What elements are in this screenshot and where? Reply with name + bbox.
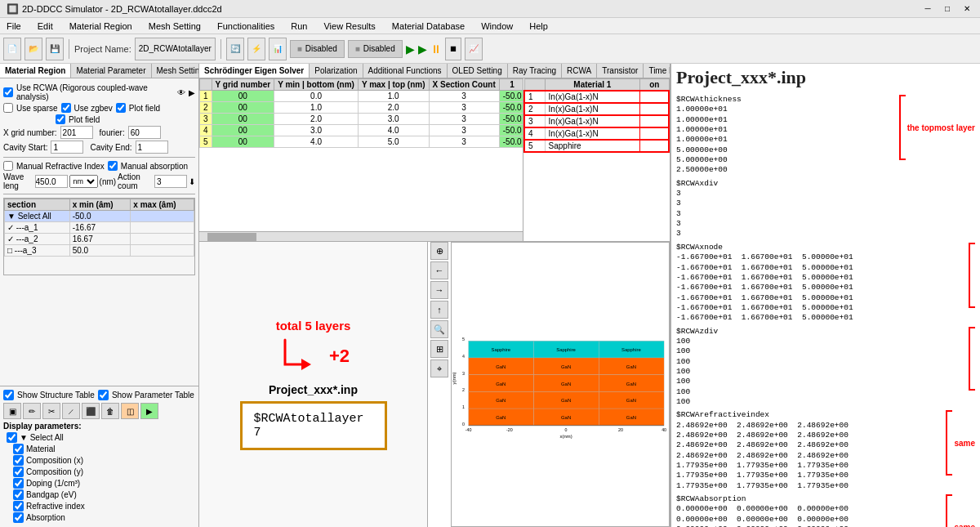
minimize-button[interactable]: ─ xyxy=(921,2,934,16)
title-bar-controls[interactable]: ─ □ ✕ xyxy=(921,2,973,16)
center-tab-polarization[interactable]: Polarization xyxy=(310,64,363,78)
table-row[interactable]: □ ---a_3 50.0 xyxy=(5,245,194,257)
viz-select-btn[interactable]: ⊕ xyxy=(430,242,448,260)
tree-comp-y-cb[interactable] xyxy=(13,467,24,477)
zgbev-label: Use zgbev xyxy=(74,104,113,113)
icon-line[interactable]: ⟋ xyxy=(62,403,80,419)
tab-material-parameter[interactable]: Material Parameter xyxy=(71,64,151,78)
menu-help[interactable]: Help xyxy=(526,21,551,31)
menu-run[interactable]: Run xyxy=(287,21,310,31)
viz-cursor-btn[interactable]: ⌖ xyxy=(430,360,448,377)
icon-cut[interactable]: ✂ xyxy=(42,403,60,419)
icon-btn2[interactable]: ⚡ xyxy=(247,38,265,60)
center-tab-raytracing[interactable]: Ray Tracing xyxy=(508,64,562,78)
manual-abs-checkbox[interactable] xyxy=(108,161,118,171)
center-tab-oled[interactable]: OLED Setting xyxy=(448,64,508,78)
icon-pencil[interactable]: ✏ xyxy=(23,403,41,419)
tree-material-cb[interactable] xyxy=(13,444,24,454)
new-button[interactable]: 📄 xyxy=(3,38,21,60)
center-tab-rcwa[interactable]: RCWA xyxy=(562,64,597,78)
play-button2[interactable]: ▶ xyxy=(418,42,427,56)
table-row[interactable]: ▼ Select All -50.0 xyxy=(5,211,194,222)
h-scrollbar[interactable] xyxy=(199,231,523,241)
tree-comp-x-cb[interactable] xyxy=(13,455,24,466)
open-button[interactable]: 📂 xyxy=(24,38,42,60)
viz-left-btn[interactable]: ← xyxy=(430,261,448,279)
xgrid-input[interactable] xyxy=(60,126,93,139)
menu-file[interactable]: File xyxy=(3,21,24,31)
center-tab-schrodinger[interactable]: Schrödinger Eigen Solver xyxy=(199,64,310,78)
menu-edit[interactable]: Edit xyxy=(34,21,56,31)
table-row[interactable]: 2 00 1.0 2.0 3 -50.0 -16.67 xyxy=(200,102,523,114)
action-input[interactable] xyxy=(154,175,187,188)
download-icon[interactable]: ⬇ xyxy=(189,177,195,186)
wave-input[interactable] xyxy=(35,175,68,188)
disabled-btn2[interactable]: ■ Disabled xyxy=(348,40,403,58)
table-row[interactable]: ✓ ---a_2 16.67 xyxy=(5,234,194,245)
icon-select[interactable]: ▣ xyxy=(3,403,21,419)
table-row[interactable]: 4 00 3.0 4.0 3 -50.0 -16.67 xyxy=(200,125,523,136)
plotfield2-checkbox[interactable] xyxy=(56,114,65,124)
cavity-end-input[interactable] xyxy=(136,141,168,154)
manual-ri-label: Manual Refractive Index xyxy=(16,162,105,171)
chart-button[interactable]: 📈 xyxy=(465,38,483,60)
center-tab-timedep[interactable]: Time Dependent M... xyxy=(644,64,670,78)
xnode-brace-shape xyxy=(969,243,975,308)
plotfield-checkbox[interactable] xyxy=(116,103,126,113)
table-row[interactable]: 2 In(x)Ga(1-x)N xyxy=(524,103,669,115)
show-structure-checkbox[interactable] xyxy=(3,390,14,400)
tab-material-region[interactable]: Material Region xyxy=(0,64,71,78)
rcwa-checkbox[interactable] xyxy=(3,87,13,97)
menu-functionalities[interactable]: Functionalities xyxy=(214,21,278,31)
fourier-input[interactable] xyxy=(128,126,161,139)
menu-window[interactable]: Window xyxy=(478,21,516,31)
viz-fit-btn[interactable]: ⊞ xyxy=(430,340,448,358)
tree-refractive-cb[interactable] xyxy=(13,501,24,511)
disabled-btn1[interactable]: ■ Disabled xyxy=(290,40,345,58)
viz-right-btn[interactable]: → xyxy=(430,281,448,299)
play-button[interactable]: ▶ xyxy=(406,42,415,56)
icon-btn1[interactable]: 🔄 xyxy=(226,38,244,60)
table-row[interactable]: 5 00 4.0 5.0 3 -50.0 -16.67 xyxy=(200,136,523,148)
table-row[interactable]: ✓ ---a_1 -16.67 xyxy=(5,222,194,234)
tree-select-all-cb[interactable] xyxy=(7,432,17,443)
pause-button[interactable]: ⏸ xyxy=(430,42,442,56)
scrollbar-thumb[interactable] xyxy=(207,233,256,241)
tab-mesh-setting[interactable]: Mesh Setting xyxy=(152,64,200,78)
icon-green-play[interactable]: ▶ xyxy=(140,403,158,419)
icon-orange[interactable]: ◫ xyxy=(121,403,139,419)
zgbev-checkbox[interactable] xyxy=(61,103,71,113)
stop-button[interactable]: ⏹ xyxy=(445,38,461,60)
menu-mesh-setting[interactable]: Mesh Setting xyxy=(145,21,204,31)
svg-text:GaN: GaN xyxy=(626,398,636,403)
table-row[interactable]: 3 00 2.0 3.0 3 -50.0 -16.67 xyxy=(200,114,523,125)
menu-material-region[interactable]: Material Region xyxy=(66,21,136,31)
project-name-btn[interactable]: 2D_RCWAtotallayer xyxy=(135,38,216,60)
table-row[interactable]: 3 In(x)Ga(1-x)N xyxy=(524,115,669,127)
save-button[interactable]: 💾 xyxy=(46,38,64,60)
table-row[interactable]: 1 00 0.0 1.0 3 -50.0 -16.67 xyxy=(200,91,523,102)
icon-shape[interactable]: ⬛ xyxy=(82,403,100,419)
tree-absorption-cb[interactable] xyxy=(13,512,24,523)
table-row[interactable]: 5 Sapphire xyxy=(524,140,669,152)
center-tab-additional[interactable]: Additional Functions xyxy=(363,64,448,78)
manual-ri-checkbox[interactable] xyxy=(3,161,13,171)
viz-up-btn[interactable]: ↑ xyxy=(430,301,448,319)
tree-bandgap-cb[interactable] xyxy=(13,489,24,500)
table-row[interactable]: 1 In(x)Ga(1-x)N xyxy=(524,91,669,103)
table-row[interactable]: 4 In(x)Ga(1-x)N xyxy=(524,127,669,140)
icon-btn3[interactable]: 📊 xyxy=(269,38,287,60)
maximize-button[interactable]: □ xyxy=(941,2,954,16)
close-button[interactable]: ✕ xyxy=(960,2,973,16)
show-parameter-checkbox[interactable] xyxy=(98,390,109,400)
absorption-content: $RCWAabsorption 0.00000e+00 0.00000e+00 … xyxy=(676,494,942,527)
menu-material-database[interactable]: Material Database xyxy=(389,21,468,31)
menu-view-results[interactable]: View Results xyxy=(320,21,378,31)
center-tab-transistor[interactable]: Transistor xyxy=(597,64,644,78)
cavity-start-input[interactable] xyxy=(51,141,83,154)
sparse-checkbox[interactable] xyxy=(3,103,13,113)
wave-unit-select[interactable]: nm xyxy=(69,175,98,188)
icon-delete[interactable]: 🗑 xyxy=(101,403,119,419)
tree-doping-cb[interactable] xyxy=(13,478,24,489)
viz-zoom-btn[interactable]: 🔍 xyxy=(430,320,448,338)
